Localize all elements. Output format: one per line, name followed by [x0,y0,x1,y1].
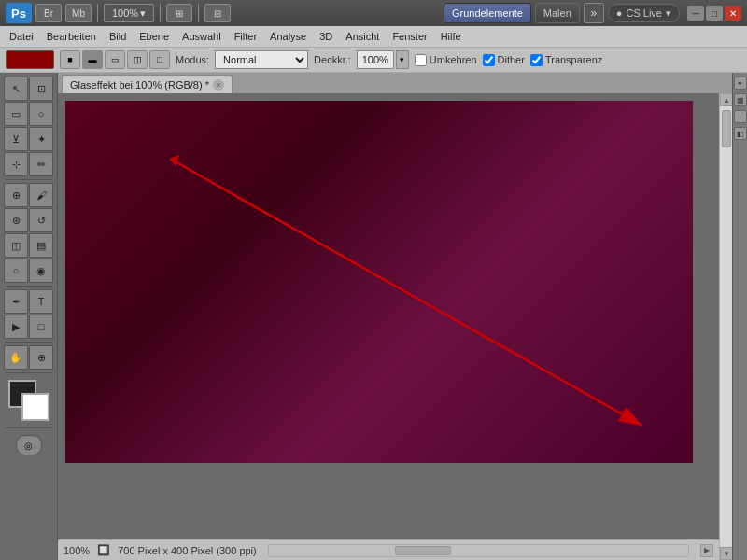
pen-tool[interactable]: ✒ [4,289,28,314]
tool-row-2: ▭ ○ [4,102,53,126]
menu-fenster[interactable]: Fenster [387,29,432,44]
canvas-and-scroll: 100% 🔲 700 Pixel x 400 Pixel (300 ppi) ▶… [58,93,732,560]
quick-mask-button[interactable]: ◎ [16,435,42,455]
vertical-scrollbar[interactable]: ▲ ▼ [719,93,732,560]
zoom-tool[interactable]: ⊕ [29,345,53,370]
panel-icon-info[interactable]: i [734,110,747,123]
center-panel: Glaseffekt bei 100% (RGB/8) * × [58,73,732,560]
menu-3d[interactable]: 3D [314,29,338,44]
umkehren-checkbox-label[interactable]: Umkehren [415,54,477,66]
tool-separator-3 [6,342,52,343]
brush-shape-2[interactable]: ▬ [82,50,103,69]
move-tool[interactable]: ↖ [4,77,28,101]
tool-row-3: ⊻ ✦ [4,127,53,151]
hscroll-thumb[interactable] [395,546,451,555]
scroll-right-btn[interactable]: ▶ [700,544,713,557]
mini-bridge-button[interactable]: Mb [65,4,92,22]
brush-tool active[interactable]: 🖌 [29,183,53,207]
maximize-button[interactable]: □ [706,6,723,21]
menu-bild[interactable]: Bild [104,29,132,44]
mode-select[interactable]: Normal [215,50,308,69]
extra-button[interactable]: ⊟ [204,4,231,22]
horizontal-scrollbar[interactable] [268,544,689,557]
cs-live-button[interactable]: ● CS Live ▾ [608,4,680,22]
svg-line-1 [170,159,642,426]
bridge-button[interactable]: Br [35,4,62,22]
window-controls: ─ □ ✕ [687,6,741,21]
opacity-arrow[interactable]: ▾ [396,50,409,69]
hscroll-area [264,544,693,557]
menu-ebene[interactable]: Ebene [134,29,175,44]
scroll-up-btn[interactable]: ▲ [720,93,732,106]
canvas-wrapper[interactable] [58,93,719,539]
brush-shape-1[interactable]: ■ [60,50,80,69]
scroll-down-btn[interactable]: ▼ [720,547,732,560]
transparenz-checkbox-label[interactable]: Transparenz [530,54,602,66]
dither-checkbox[interactable] [483,54,495,66]
menu-hilfe[interactable]: Hilfe [435,29,467,44]
tool-row-11: ✋ ⊕ [4,345,53,370]
eraser-tool[interactable]: ◫ [4,233,28,258]
crop-tool[interactable]: ⊹ [4,152,28,176]
zoom-dropdown-icon[interactable]: ▾ [140,7,146,20]
history-tool[interactable]: ↺ [29,208,53,232]
brush-shape-3[interactable]: ▭ [105,50,125,69]
dither-checkbox-label[interactable]: Dither [483,54,525,66]
document-canvas[interactable] [65,101,693,463]
opacity-input[interactable] [357,50,394,69]
layout-button[interactable]: ⊞ [166,4,192,22]
document-tab[interactable]: Glaseffekt bei 100% (RGB/8) * × [62,75,233,93]
tool-row-5: ⊕ 🖌 [4,183,53,207]
opacity-group: ▾ [357,50,409,69]
tab-bar: Glaseffekt bei 100% (RGB/8) * × [58,73,732,93]
brush-shapes: ■ ▬ ▭ ◫ □ [60,50,170,69]
tool-separator-5 [6,427,52,428]
artboard-tool[interactable]: ⊡ [29,77,53,101]
text-tool[interactable]: T [29,289,53,314]
menu-filter[interactable]: Filter [229,29,262,44]
background-color[interactable] [21,393,49,421]
panel-icon-layers[interactable]: ◧ [734,127,747,140]
path-select-tool[interactable]: ▶ [4,315,28,339]
panel-icon-histogram[interactable]: ▦ [734,93,747,106]
malen-button[interactable]: Malen [535,3,580,23]
magic-wand-tool[interactable]: ✦ [29,127,53,151]
brush-color-swatch[interactable] [6,50,54,69]
hand-tool[interactable]: ✋ [4,345,28,370]
grundelemente-button[interactable]: Grundelemente [444,3,531,23]
burn-tool[interactable]: ◉ [29,259,53,283]
umkehren-checkbox[interactable] [415,54,427,66]
panel-icon-star[interactable]: ✦ [734,77,747,90]
document-info: 700 Pixel x 400 Pixel (300 ppi) [118,545,257,556]
workspace-more-button[interactable]: » [584,3,604,23]
gradient-tool[interactable]: ▤ [29,233,53,258]
status-icon[interactable]: 🔲 [97,544,110,556]
close-button[interactable]: ✕ [725,6,741,21]
menu-analyse[interactable]: Analyse [264,29,312,44]
brush-shape-5[interactable]: □ [149,50,170,69]
tool-row-8: ○ ◉ [4,259,53,283]
minimize-button[interactable]: ─ [687,6,704,21]
menu-datei[interactable]: Datei [4,29,39,44]
tab-close-button[interactable]: × [213,79,224,91]
shape-tool[interactable]: □ [29,315,53,339]
menu-auswahl[interactable]: Auswahl [176,29,227,44]
lasso-tool[interactable]: ⊻ [4,127,28,151]
svg-marker-2 [170,155,179,166]
brush-shape-4[interactable]: ◫ [127,50,148,69]
scroll-thumb[interactable] [722,110,731,147]
menu-bearbeiten[interactable]: Bearbeiten [41,29,102,44]
marquee-rect-tool[interactable]: ▭ [4,102,28,126]
spot-heal-tool[interactable]: ⊕ [4,183,28,207]
dither-label: Dither [498,54,525,65]
tool-row-4: ⊹ ✏ [4,152,53,176]
dodge-tool[interactable]: ○ [4,259,28,283]
menu-ansicht[interactable]: Ansicht [340,29,385,44]
transparenz-checkbox[interactable] [530,54,543,66]
left-toolbar: ↖ ⊡ ▭ ○ ⊻ ✦ ⊹ ✏ ⊕ 🖌 ⊛ ↺ ◫ ▤ ○ ◉ [0,73,58,560]
eyedropper-tool[interactable]: ✏ [29,152,53,176]
clone-tool[interactable]: ⊛ [4,208,28,232]
marquee-ellipse-tool[interactable]: ○ [29,102,53,126]
ps-logo: Ps [6,3,32,23]
umkehren-label: Umkehren [430,54,477,65]
